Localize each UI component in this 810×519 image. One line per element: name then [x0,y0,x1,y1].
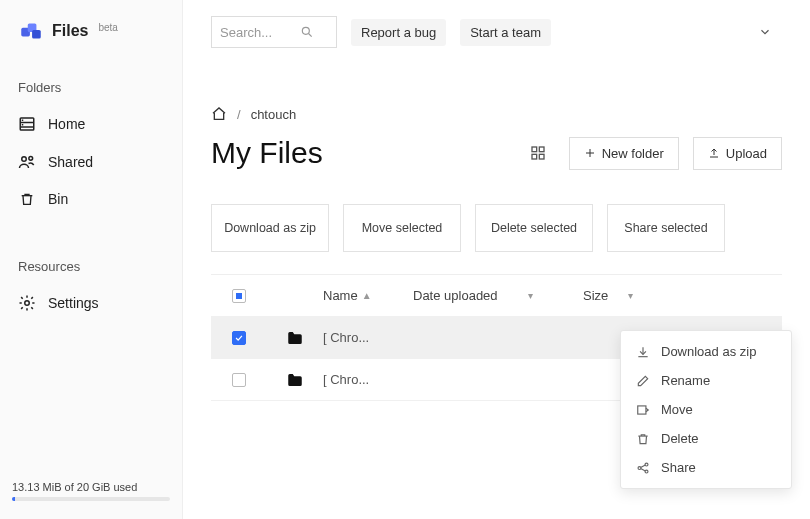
topbar: Report a bug Start a team [211,16,782,48]
sidebar-item-shared[interactable]: Shared [0,143,182,181]
header-name[interactable]: Name ▲ [323,288,413,303]
upload-button[interactable]: Upload [693,137,782,170]
sidebar-item-label: Shared [48,154,93,170]
storage-fill [12,497,15,501]
storage-text: 13.13 MiB of 20 GiB used [12,481,170,493]
search-input[interactable] [220,25,300,40]
bulk-actions: Download as zip Move selected Delete sel… [211,204,782,252]
ctx-label: Rename [661,373,710,388]
sidebar-item-bin[interactable]: Bin [0,181,182,217]
breadcrumb-separator: / [237,107,241,122]
svg-rect-16 [539,154,544,159]
brand-name: Files [52,22,88,40]
ctx-label: Move [661,402,693,417]
svg-point-8 [22,157,27,162]
upload-icon [708,147,720,159]
main-panel: Report a bug Start a team / chtouch My F… [183,0,810,519]
select-all-cell[interactable] [211,289,267,303]
svg-line-12 [309,34,312,37]
account-menu-button[interactable] [758,25,772,39]
svg-line-23 [641,465,646,467]
brand: Files beta [0,18,182,72]
svg-rect-7 [22,124,24,126]
home-list-icon [18,115,36,133]
sidebar-item-label: Settings [48,295,99,311]
home-icon[interactable] [211,106,227,122]
file-name: [ Chro... [323,330,413,345]
search-box[interactable] [211,16,337,48]
share-icon [635,461,651,475]
row-checkbox[interactable] [232,373,246,387]
folder-icon [267,329,323,347]
header-date-label: Date uploaded [413,288,498,303]
upload-label: Upload [726,146,767,161]
ctx-share[interactable]: Share [621,453,791,482]
select-all-checkbox[interactable] [232,289,246,303]
move-icon [635,403,651,417]
brand-logo-icon [18,18,44,44]
plus-icon [584,147,596,159]
page-title: My Files [211,136,323,170]
header-name-label: Name [323,288,358,303]
grid-view-toggle[interactable] [527,142,549,164]
sort-asc-icon: ▲ [362,290,372,301]
ctx-rename[interactable]: Rename [621,366,791,395]
header-date[interactable]: Date uploaded ▾ [413,288,583,303]
header-size-label: Size [583,288,608,303]
new-folder-button[interactable]: New folder [569,137,679,170]
trash-icon [18,191,36,207]
folder-icon [267,371,323,389]
table-header: Name ▲ Date uploaded ▾ Size ▾ [211,275,782,317]
svg-rect-6 [22,120,24,122]
header-size[interactable]: Size ▾ [583,288,683,303]
gear-icon [18,294,36,312]
download-zip-button[interactable]: Download as zip [211,204,329,252]
search-icon [300,25,314,39]
svg-point-10 [25,301,30,306]
ctx-move[interactable]: Move [621,395,791,424]
ctx-label: Download as zip [661,344,756,359]
start-team-button[interactable]: Start a team [460,19,551,46]
svg-rect-13 [532,147,537,152]
sort-caret-icon: ▾ [628,290,633,301]
svg-point-9 [29,156,33,160]
sidebar-item-label: Home [48,116,85,132]
app-root: Files beta Folders Home Shared Bin Resou… [0,0,810,519]
svg-line-24 [641,468,646,470]
context-menu: Download as zip Rename Move Delete Share [620,330,792,489]
svg-rect-15 [532,154,537,159]
sidebar-item-home[interactable]: Home [0,105,182,143]
sort-caret-icon: ▾ [528,290,533,301]
share-selected-button[interactable]: Share selected [607,204,725,252]
move-selected-button[interactable]: Move selected [343,204,461,252]
sidebar: Files beta Folders Home Shared Bin Resou… [0,0,183,519]
download-icon [635,345,651,359]
storage-display: 13.13 MiB of 20 GiB used [0,481,182,509]
svg-rect-2 [32,30,41,39]
edit-icon [635,374,651,388]
sidebar-section-folders: Folders [0,72,182,105]
storage-bar [12,497,170,501]
shared-icon [18,153,36,171]
sidebar-section-resources: Resources [0,251,182,284]
sidebar-item-label: Bin [48,191,68,207]
svg-point-11 [302,27,309,34]
ctx-download-zip[interactable]: Download as zip [621,337,791,366]
delete-selected-button[interactable]: Delete selected [475,204,593,252]
svg-rect-19 [638,405,646,413]
trash-icon [635,432,651,446]
file-name: [ Chro... [323,372,413,387]
ctx-delete[interactable]: Delete [621,424,791,453]
breadcrumb-current[interactable]: chtouch [251,107,297,122]
brand-badge: beta [98,22,117,33]
new-folder-label: New folder [602,146,664,161]
sidebar-item-settings[interactable]: Settings [0,284,182,322]
breadcrumb: / chtouch [211,106,782,122]
svg-rect-14 [539,147,544,152]
title-row: My Files New folder Upload [211,136,782,170]
row-checkbox[interactable] [232,331,246,345]
ctx-label: Delete [661,431,699,446]
ctx-label: Share [661,460,696,475]
report-bug-button[interactable]: Report a bug [351,19,446,46]
